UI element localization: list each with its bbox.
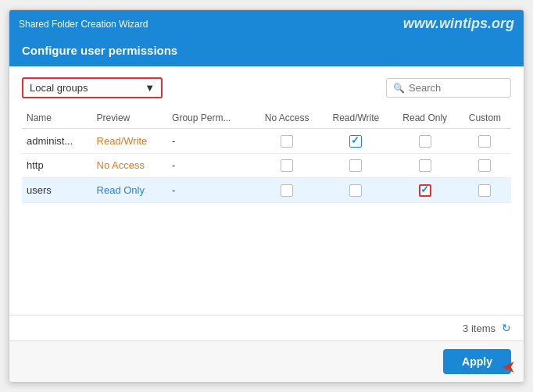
col-group-perm: Group Perm... xyxy=(167,108,253,129)
cell-custom[interactable] xyxy=(459,129,511,154)
col-name: Name xyxy=(22,108,92,129)
window-title: Shared Folder Creation Wizard xyxy=(19,19,148,30)
cell-preview[interactable]: Read Only xyxy=(92,178,168,203)
watermark: www.wintips.org xyxy=(403,16,514,32)
table-row: usersRead Only- xyxy=(22,178,511,203)
cell-read-write[interactable] xyxy=(320,129,391,154)
col-preview: Preview xyxy=(92,108,168,129)
col-custom: Custom xyxy=(459,108,511,129)
cell-read-only[interactable] xyxy=(392,178,459,203)
table-row: administ...Read/Write- xyxy=(22,129,511,154)
cell-group-perm: - xyxy=(167,178,253,203)
table-row: httpNo Access- xyxy=(22,153,511,178)
cell-group-perm: - xyxy=(167,153,253,178)
search-input[interactable] xyxy=(409,82,495,94)
cell-name: administ... xyxy=(22,129,92,154)
cell-custom[interactable] xyxy=(459,153,511,178)
footer: 3 items ↻ xyxy=(9,315,524,340)
cell-group-perm: - xyxy=(167,129,253,154)
cell-preview[interactable]: Read/Write xyxy=(92,129,168,154)
col-read-only: Read Only xyxy=(392,108,459,129)
apply-button[interactable]: Apply xyxy=(443,349,511,374)
cell-name: users xyxy=(22,178,92,203)
main-window: Shared Folder Creation Wizard www.wintip… xyxy=(9,9,524,383)
col-read-write: Read/Write xyxy=(320,108,391,129)
dropdown-label: Local groups xyxy=(30,82,88,94)
toolbar: Local groups ▼ 🔍 xyxy=(22,77,511,98)
cell-read-only[interactable] xyxy=(392,153,459,178)
subtitle-bar: Configure user permissions xyxy=(9,37,524,66)
content-area: Local groups ▼ 🔍 Name Preview Group Perm… xyxy=(9,66,524,315)
items-count: 3 items xyxy=(463,323,495,334)
cell-no-access[interactable] xyxy=(253,178,320,203)
cell-read-write[interactable] xyxy=(320,153,391,178)
cell-read-only[interactable] xyxy=(392,129,459,154)
cell-name: http xyxy=(22,153,92,178)
cell-no-access[interactable] xyxy=(253,153,320,178)
col-no-access: No Access xyxy=(253,108,320,129)
title-bar: Shared Folder Creation Wizard www.wintip… xyxy=(9,10,524,37)
search-box[interactable]: 🔍 xyxy=(386,78,511,98)
permissions-table: Name Preview Group Perm... No Access Rea… xyxy=(22,108,511,203)
search-icon: 🔍 xyxy=(393,83,405,94)
cell-preview[interactable]: No Access xyxy=(92,153,168,178)
bottom-bar: Apply ➤ xyxy=(9,340,524,382)
refresh-icon[interactable]: ↻ xyxy=(502,322,511,334)
cell-no-access[interactable] xyxy=(253,129,320,154)
spacer xyxy=(22,203,511,315)
chevron-down-icon: ▼ xyxy=(145,82,155,94)
local-groups-dropdown[interactable]: Local groups ▼ xyxy=(22,77,163,98)
cell-read-write[interactable] xyxy=(320,178,391,203)
cell-custom[interactable] xyxy=(459,178,511,203)
page-title: Configure user permissions xyxy=(22,44,177,57)
